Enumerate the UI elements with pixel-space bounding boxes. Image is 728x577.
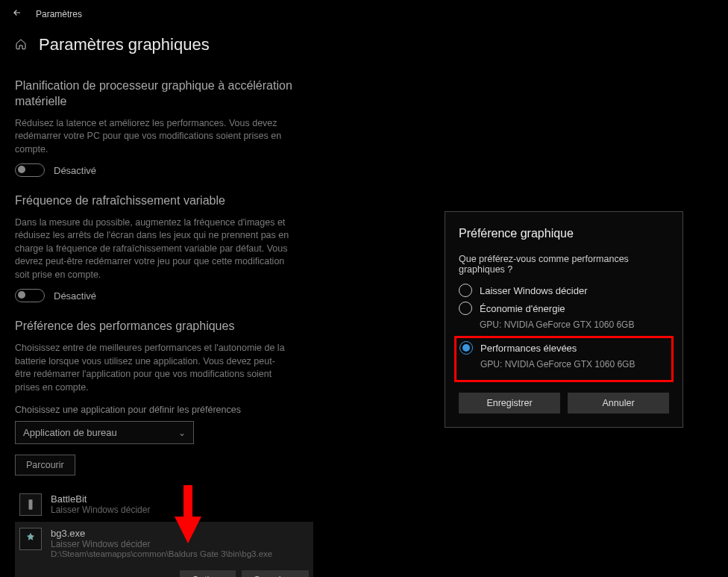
app-icon — [19, 493, 42, 516]
vrr-state: Désactivé — [54, 290, 96, 302]
app-icon — [19, 528, 42, 550]
radio-icon — [459, 302, 472, 315]
breadcrumb: Paramètres — [36, 9, 82, 19]
app-row-bg3[interactable]: bg3.exe Laisser Windows décider D:\Steam… — [15, 522, 313, 564]
options-button[interactable]: Options — [180, 570, 236, 577]
app-path: D:\Steam\steamapps\common\Baldurs Gate 3… — [51, 549, 309, 558]
vrr-desc: Dans la mesure du possible, augmentez la… — [15, 216, 291, 282]
home-icon[interactable] — [15, 38, 27, 52]
radio-let-windows-decide[interactable]: Laisser Windows décider — [459, 284, 669, 297]
choose-app-label: Choisissez une application pour définir … — [15, 405, 313, 415]
app-row-battlebit[interactable]: BattleBit Laisser Windows décider — [15, 487, 313, 522]
app-type-dropdown[interactable]: Application de bureau ⌄ — [15, 421, 194, 444]
app-name: bg3.exe — [51, 528, 309, 539]
graphics-preference-dialog: Préférence graphique Que préférez-vous c… — [445, 211, 683, 428]
radio-label: Économie d'énergie — [480, 303, 565, 314]
page-title: Paramètres graphiques — [39, 35, 210, 54]
chevron-down-icon: ⌄ — [178, 428, 186, 438]
vrr-toggle[interactable] — [15, 289, 45, 302]
radio-high-performance[interactable]: Performances élevées — [459, 341, 668, 355]
radio-label: Laisser Windows décider — [480, 285, 588, 296]
perf-title: Préférence des performances graphiques — [15, 319, 313, 334]
perf-desc: Choisissez entre de meilleures performan… — [15, 342, 291, 394]
radio-label: Performances élevées — [480, 343, 577, 354]
radio-power-saving[interactable]: Économie d'énergie — [459, 302, 669, 315]
vrr-title: Fréquence de rafraîchissement variable — [15, 193, 313, 209]
radio-icon-checked — [459, 341, 473, 355]
app-name: BattleBit — [51, 493, 309, 505]
remove-button[interactable]: Supprimer — [242, 570, 309, 577]
app-list: BattleBit Laisser Windows décider bg3.ex… — [15, 487, 313, 577]
svg-rect-0 — [29, 500, 33, 510]
radio-sub: GPU: NVIDIA GeForce GTX 1060 6GB — [480, 319, 669, 330]
app-pref: Laisser Windows décider — [51, 505, 309, 515]
radio-icon — [459, 284, 472, 297]
dialog-question: Que préférez-vous comme performances gra… — [459, 254, 669, 275]
radio-sub: GPU: NVIDIA GeForce GTX 1060 6GB — [480, 359, 668, 369]
hw-sched-title: Planification de processeur graphique à … — [15, 78, 313, 110]
dialog-title: Préférence graphique — [459, 227, 669, 240]
back-button[interactable] — [12, 7, 22, 20]
save-button[interactable]: Enregistrer — [459, 393, 560, 414]
hw-sched-desc: Réduisez la latence et améliorez les per… — [15, 117, 291, 157]
browse-button[interactable]: Parcourir — [15, 455, 75, 475]
hw-sched-toggle[interactable] — [15, 163, 45, 177]
app-pref: Laisser Windows décider — [51, 539, 309, 549]
dropdown-value: Application de bureau — [23, 427, 117, 438]
cancel-button[interactable]: Annuler — [568, 393, 669, 414]
hw-sched-state: Désactivé — [54, 165, 96, 176]
annotation-highlight: Performances élevées GPU: NVIDIA GeForce… — [454, 336, 674, 382]
